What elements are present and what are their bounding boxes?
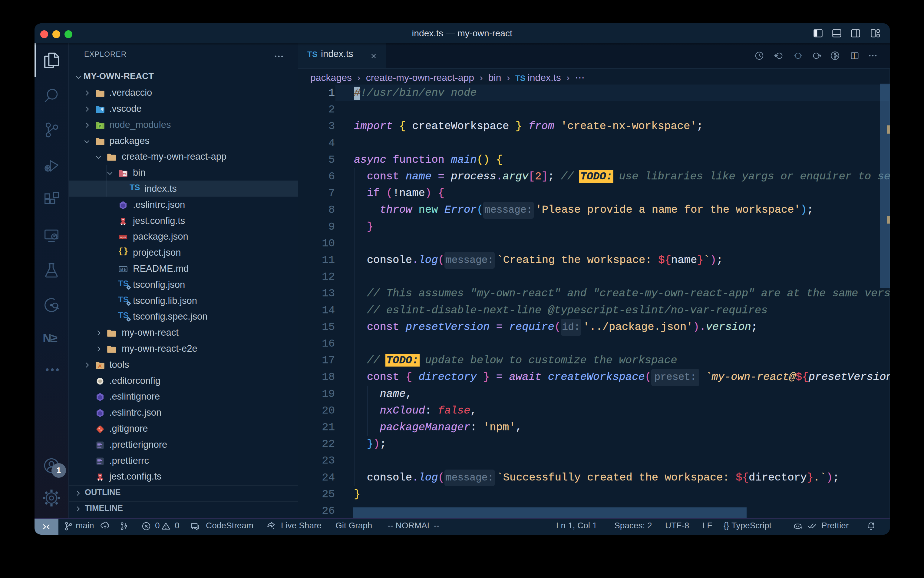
svg-text:M: M xyxy=(120,268,123,271)
svg-text:js: js xyxy=(99,124,102,128)
svg-text:01: 01 xyxy=(123,172,126,175)
svg-text:npm: npm xyxy=(120,236,126,239)
